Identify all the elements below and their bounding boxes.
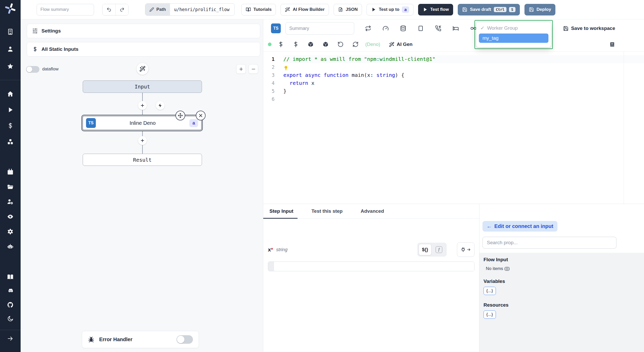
arg-value-input[interactable] (274, 262, 474, 271)
zoom-out-button[interactable] (249, 64, 258, 74)
flow-node-result[interactable]: Result (83, 154, 202, 166)
arg-value-handle[interactable] (268, 262, 274, 271)
flow-settings-card[interactable]: Settings (27, 24, 260, 38)
delete-step-button[interactable] (196, 111, 206, 120)
variables-expand-button[interactable]: {...} (484, 287, 496, 295)
move-step-button[interactable] (175, 111, 185, 120)
all-static-inputs-card[interactable]: All Static Inputs (27, 42, 260, 56)
save-draft-button[interactable]: Save draft Ctrl S (458, 4, 520, 15)
redo-icon (120, 7, 125, 12)
dollar-icon[interactable] (293, 41, 299, 47)
square-icon[interactable] (418, 25, 424, 31)
lightbulb-icon[interactable] (283, 65, 289, 70)
calendar-icon[interactable] (7, 168, 14, 175)
flow-ai-wand-button[interactable] (137, 63, 148, 75)
json-button[interactable]: JSON (334, 4, 362, 15)
refresh-cw-icon[interactable] (352, 41, 359, 47)
ai-gen-button[interactable]: AI Gen (389, 42, 412, 47)
fn-mode-button[interactable]: ƒ (433, 244, 445, 255)
expr-mode-button[interactable]: ${} (419, 244, 431, 255)
flow-summary-input[interactable] (37, 4, 94, 15)
input-node-label: Input (134, 84, 150, 90)
file-export-icon (338, 7, 343, 12)
worker-group-option-selected[interactable]: my_tag (479, 34, 548, 43)
edge-line (142, 93, 143, 101)
save-to-workspace-button[interactable]: Save to workspace (563, 26, 615, 31)
discord-icon[interactable] (7, 288, 14, 294)
eye-icon[interactable] (7, 213, 14, 220)
bed-icon[interactable] (453, 25, 459, 31)
arrow-right-icon[interactable] (7, 335, 14, 342)
editor-scrollbar[interactable] (624, 52, 624, 204)
error-handler-toggle[interactable] (176, 335, 193, 344)
path-group[interactable]: Path u/henri/prolific_flow (145, 3, 235, 16)
sidebar-secondary-group (0, 168, 21, 250)
book-open-icon[interactable] (7, 274, 14, 280)
github-icon[interactable] (7, 301, 14, 308)
home-icon[interactable] (7, 91, 14, 97)
test-up-to-button[interactable]: Test up to a (367, 4, 413, 15)
star-icon[interactable] (7, 63, 14, 70)
building-icon[interactable] (7, 28, 14, 35)
repeat-icon[interactable] (365, 25, 371, 31)
path-chip[interactable]: Path (145, 4, 170, 15)
settings-icon[interactable] (7, 228, 14, 235)
add-step-button[interactable] (138, 101, 147, 110)
users-cog-icon[interactable] (7, 198, 14, 205)
sidebar-divider (0, 80, 21, 80)
phone-incoming-icon[interactable] (435, 25, 441, 31)
redo-button[interactable] (115, 4, 128, 15)
sidebar (0, 0, 21, 352)
input-mode-toggle-group: ${} ƒ (417, 243, 447, 257)
line-number: 3 (263, 71, 275, 79)
deno-runtime-label[interactable]: (Deno) (365, 42, 380, 47)
code-line: // import * as wmill from "npm:windmill-… (283, 55, 644, 63)
add-step-button[interactable] (138, 136, 147, 145)
windmill-logo-icon[interactable] (4, 3, 16, 14)
line-number: 5 (263, 87, 275, 95)
test-up-to-step-badge[interactable]: a (402, 6, 409, 13)
add-trigger-button[interactable] (156, 101, 165, 110)
test-flow-button[interactable]: Test flow (418, 4, 453, 15)
package-icon[interactable] (308, 41, 314, 47)
step-summary-input[interactable] (285, 22, 354, 35)
sidebar-links-group (0, 274, 21, 322)
rotate-ccw-icon[interactable] (337, 41, 344, 47)
database-icon[interactable] (400, 25, 406, 31)
dataflow-toggle[interactable] (26, 66, 39, 73)
bot-icon[interactable] (7, 243, 14, 250)
play-icon[interactable] (7, 107, 14, 113)
dollar-icon[interactable] (278, 41, 284, 47)
tab-test-this-step[interactable]: Test this step (310, 204, 344, 218)
zoom-in-button[interactable] (236, 64, 246, 74)
boxes-icon[interactable] (7, 138, 14, 145)
folder-icon[interactable] (7, 183, 14, 190)
sidebar-primary-group (0, 91, 21, 145)
monaco-editor[interactable]: 123456 // import * as wmill from "npm:wi… (263, 52, 644, 204)
connect-input-button[interactable] (457, 242, 474, 257)
tab-step-input[interactable]: Step Input (268, 204, 295, 218)
zap-icon (158, 103, 163, 108)
edit-or-connect-pill[interactable]: ← Edit or connect an input (482, 221, 557, 232)
resources-expand-button[interactable]: {...} (484, 310, 496, 319)
flow-node-input[interactable]: Input (83, 80, 202, 93)
search-prop-input[interactable] (482, 237, 616, 249)
tutorials-button[interactable]: Tutorials (241, 4, 276, 15)
ai-flow-builder-button[interactable]: AI Flow Builder (281, 4, 329, 15)
path-value[interactable]: u/henri/prolific_flow (170, 4, 234, 15)
undo-button[interactable] (103, 4, 115, 15)
user-icon[interactable] (7, 46, 14, 52)
editor-gutter: 123456 (263, 52, 278, 204)
dollar-icon[interactable] (7, 122, 14, 129)
moon-icon[interactable] (7, 315, 14, 322)
tab-advanced[interactable]: Advanced (359, 204, 386, 218)
gauge-icon[interactable] (383, 25, 389, 31)
error-handler-card[interactable]: Error Handler (82, 331, 199, 348)
worker-group-placeholder-option[interactable]: ✓ Worker Group (479, 24, 548, 32)
deploy-button[interactable]: Deploy (524, 4, 556, 15)
package-icon[interactable] (323, 41, 329, 47)
library-book-icon[interactable] (609, 42, 615, 47)
flow-input-empty: No items ([]) (486, 266, 644, 271)
variables-title: Variables (484, 279, 644, 284)
connect-props-section: ← Edit or connect an input Flow Input No… (479, 204, 644, 352)
